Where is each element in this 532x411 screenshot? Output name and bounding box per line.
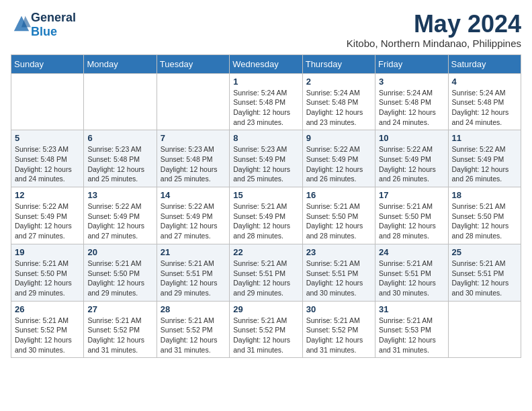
day-number: 17	[379, 190, 444, 200]
day-number: 22	[233, 247, 298, 257]
calendar-cell: 27Sunrise: 5:21 AM Sunset: 5:52 PM Dayli…	[84, 301, 157, 358]
day-number: 11	[452, 133, 517, 143]
calendar-cell: 20Sunrise: 5:21 AM Sunset: 5:50 PM Dayli…	[84, 244, 157, 301]
logo-icon	[12, 14, 31, 33]
calendar-cell: 23Sunrise: 5:21 AM Sunset: 5:51 PM Dayli…	[302, 244, 375, 301]
calendar-cell: 18Sunrise: 5:21 AM Sunset: 5:50 PM Dayli…	[448, 187, 521, 244]
day-number: 27	[87, 304, 152, 314]
calendar-cell: 2Sunrise: 5:24 AM Sunset: 5:48 PM Daylig…	[302, 73, 375, 130]
logo-blue: Blue	[31, 25, 57, 38]
day-info: Sunrise: 5:22 AM Sunset: 5:49 PM Dayligh…	[306, 144, 371, 184]
calendar-cell: 21Sunrise: 5:21 AM Sunset: 5:51 PM Dayli…	[157, 244, 229, 301]
calendar-cell: 24Sunrise: 5:21 AM Sunset: 5:51 PM Dayli…	[375, 244, 448, 301]
calendar-cell: 6Sunrise: 5:23 AM Sunset: 5:48 PM Daylig…	[84, 130, 157, 187]
day-number: 15	[233, 190, 298, 200]
day-number: 4	[452, 77, 517, 87]
day-number: 7	[161, 133, 226, 143]
calendar-cell: 7Sunrise: 5:23 AM Sunset: 5:48 PM Daylig…	[157, 130, 229, 187]
day-info: Sunrise: 5:23 AM Sunset: 5:49 PM Dayligh…	[233, 144, 298, 184]
weekday-header-monday: Monday	[84, 54, 157, 73]
day-info: Sunrise: 5:24 AM Sunset: 5:48 PM Dayligh…	[306, 88, 371, 128]
calendar-cell: 31Sunrise: 5:21 AM Sunset: 5:53 PM Dayli…	[375, 301, 448, 358]
day-number: 8	[233, 133, 298, 143]
page-header: General Blue May 2024 Kitobo, Northern M…	[11, 11, 521, 49]
day-info: Sunrise: 5:21 AM Sunset: 5:50 PM Dayligh…	[87, 259, 152, 298]
day-number: 9	[306, 133, 371, 143]
day-info: Sunrise: 5:22 AM Sunset: 5:49 PM Dayligh…	[87, 201, 152, 241]
calendar-cell: 12Sunrise: 5:22 AM Sunset: 5:49 PM Dayli…	[11, 187, 84, 244]
day-info: Sunrise: 5:21 AM Sunset: 5:52 PM Dayligh…	[161, 316, 226, 355]
calendar-cell: 16Sunrise: 5:21 AM Sunset: 5:50 PM Dayli…	[302, 187, 375, 244]
day-info: Sunrise: 5:21 AM Sunset: 5:52 PM Dayligh…	[15, 316, 80, 355]
day-info: Sunrise: 5:22 AM Sunset: 5:49 PM Dayligh…	[452, 144, 517, 184]
calendar-cell: 11Sunrise: 5:22 AM Sunset: 5:49 PM Dayli…	[448, 130, 521, 187]
day-number: 10	[379, 133, 444, 143]
calendar-week-row: 1Sunrise: 5:24 AM Sunset: 5:48 PM Daylig…	[11, 73, 521, 130]
day-number: 6	[87, 133, 152, 143]
day-number: 2	[306, 77, 371, 87]
day-number: 21	[161, 247, 226, 257]
day-number: 19	[15, 247, 80, 257]
day-info: Sunrise: 5:21 AM Sunset: 5:51 PM Dayligh…	[379, 259, 444, 298]
day-info: Sunrise: 5:24 AM Sunset: 5:48 PM Dayligh…	[379, 88, 444, 128]
day-number: 30	[306, 304, 371, 314]
day-number: 18	[452, 190, 517, 200]
day-info: Sunrise: 5:21 AM Sunset: 5:52 PM Dayligh…	[306, 316, 371, 355]
day-info: Sunrise: 5:21 AM Sunset: 5:51 PM Dayligh…	[306, 259, 371, 298]
calendar-cell: 13Sunrise: 5:22 AM Sunset: 5:49 PM Dayli…	[84, 187, 157, 244]
day-number: 25	[452, 247, 517, 257]
calendar-week-row: 12Sunrise: 5:22 AM Sunset: 5:49 PM Dayli…	[11, 187, 521, 244]
calendar-week-row: 19Sunrise: 5:21 AM Sunset: 5:50 PM Dayli…	[11, 244, 521, 301]
day-info: Sunrise: 5:23 AM Sunset: 5:48 PM Dayligh…	[15, 144, 80, 184]
calendar-cell: 30Sunrise: 5:21 AM Sunset: 5:52 PM Dayli…	[302, 301, 375, 358]
calendar-cell: 1Sunrise: 5:24 AM Sunset: 5:48 PM Daylig…	[230, 73, 302, 130]
day-info: Sunrise: 5:21 AM Sunset: 5:51 PM Dayligh…	[161, 259, 226, 298]
calendar-cell: 19Sunrise: 5:21 AM Sunset: 5:50 PM Dayli…	[11, 244, 84, 301]
day-number: 5	[15, 133, 80, 143]
weekday-header-row: SundayMondayTuesdayWednesdayThursdayFrid…	[11, 54, 521, 73]
weekday-header-thursday: Thursday	[302, 54, 375, 73]
day-number: 28	[161, 304, 226, 314]
day-number: 26	[15, 304, 80, 314]
day-info: Sunrise: 5:21 AM Sunset: 5:51 PM Dayligh…	[233, 259, 298, 298]
calendar-cell	[84, 73, 157, 130]
calendar-table: SundayMondayTuesdayWednesdayThursdayFrid…	[11, 54, 521, 359]
calendar-cell: 25Sunrise: 5:21 AM Sunset: 5:51 PM Dayli…	[448, 244, 521, 301]
day-info: Sunrise: 5:21 AM Sunset: 5:52 PM Dayligh…	[233, 316, 298, 355]
day-info: Sunrise: 5:21 AM Sunset: 5:50 PM Dayligh…	[306, 201, 371, 241]
day-number: 14	[161, 190, 226, 200]
weekday-header-wednesday: Wednesday	[230, 54, 302, 73]
weekday-header-saturday: Saturday	[448, 54, 521, 73]
calendar-week-row: 5Sunrise: 5:23 AM Sunset: 5:48 PM Daylig…	[11, 130, 521, 187]
calendar-cell: 28Sunrise: 5:21 AM Sunset: 5:52 PM Dayli…	[157, 301, 229, 358]
day-info: Sunrise: 5:22 AM Sunset: 5:49 PM Dayligh…	[15, 201, 80, 241]
calendar-week-row: 26Sunrise: 5:21 AM Sunset: 5:52 PM Dayli…	[11, 301, 521, 358]
weekday-header-sunday: Sunday	[11, 54, 84, 73]
day-number: 1	[233, 77, 298, 87]
day-info: Sunrise: 5:21 AM Sunset: 5:50 PM Dayligh…	[379, 201, 444, 241]
day-number: 16	[306, 190, 371, 200]
day-number: 20	[87, 247, 152, 257]
day-number: 3	[379, 77, 444, 87]
day-number: 29	[233, 304, 298, 314]
weekday-header-tuesday: Tuesday	[157, 54, 229, 73]
calendar-cell: 5Sunrise: 5:23 AM Sunset: 5:48 PM Daylig…	[11, 130, 84, 187]
location-title: Kitobo, Northern Mindanao, Philippines	[347, 38, 521, 49]
calendar-cell: 26Sunrise: 5:21 AM Sunset: 5:52 PM Dayli…	[11, 301, 84, 358]
day-info: Sunrise: 5:21 AM Sunset: 5:50 PM Dayligh…	[452, 201, 517, 241]
logo: General Blue	[11, 11, 76, 39]
calendar-cell: 22Sunrise: 5:21 AM Sunset: 5:51 PM Dayli…	[230, 244, 302, 301]
day-info: Sunrise: 5:21 AM Sunset: 5:53 PM Dayligh…	[379, 316, 444, 355]
calendar-cell: 15Sunrise: 5:21 AM Sunset: 5:49 PM Dayli…	[230, 187, 302, 244]
calendar-cell	[11, 73, 84, 130]
day-info: Sunrise: 5:21 AM Sunset: 5:50 PM Dayligh…	[15, 259, 80, 298]
day-info: Sunrise: 5:23 AM Sunset: 5:48 PM Dayligh…	[87, 144, 152, 184]
day-number: 23	[306, 247, 371, 257]
calendar-cell: 10Sunrise: 5:22 AM Sunset: 5:49 PM Dayli…	[375, 130, 448, 187]
day-info: Sunrise: 5:24 AM Sunset: 5:48 PM Dayligh…	[233, 88, 298, 128]
calendar-cell: 8Sunrise: 5:23 AM Sunset: 5:49 PM Daylig…	[230, 130, 302, 187]
calendar-cell: 29Sunrise: 5:21 AM Sunset: 5:52 PM Dayli…	[230, 301, 302, 358]
month-title: May 2024	[347, 11, 521, 38]
calendar-cell: 3Sunrise: 5:24 AM Sunset: 5:48 PM Daylig…	[375, 73, 448, 130]
logo-general: General	[31, 11, 76, 24]
